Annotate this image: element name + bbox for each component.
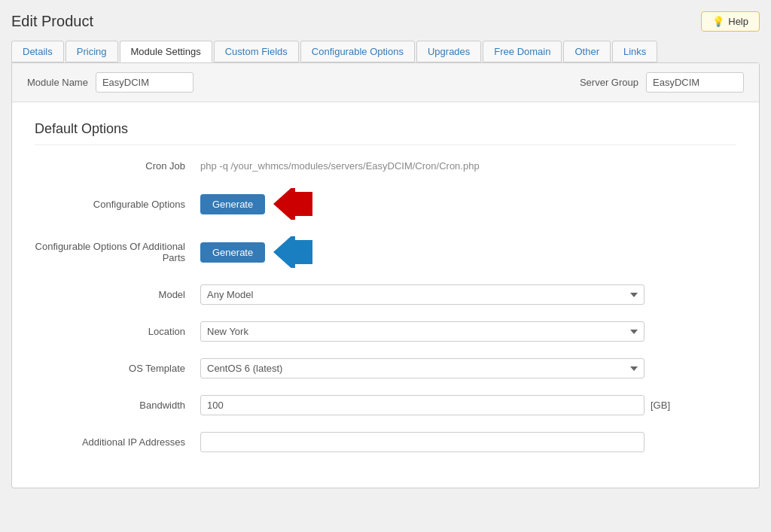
tab-configurable-options[interactable]: Configurable Options [300,41,415,62]
server-group-label: Server Group [580,77,638,88]
configurable-options-row: Configurable Options Generate [35,188,736,220]
configurable-options-additional-label: Configurable Options Of Additional Parts [35,241,200,263]
blue-arrow-container [271,236,316,268]
section-title: Default Options [35,121,736,145]
os-template-select[interactable]: CentOS 6 (latest) [200,358,645,378]
cron-job-label: Cron Job [35,160,200,172]
tab-custom-fields[interactable]: Custom Fields [214,41,299,62]
location-label: Location [35,326,200,337]
blue-arrow-icon [271,236,316,268]
content-area: Module Name EasyDCIM Server Group EasyDC… [11,62,760,488]
svg-marker-1 [273,188,312,220]
os-template-row: OS Template CentOS 6 (latest) [35,358,736,378]
model-select[interactable]: Any Model [200,284,645,305]
tab-upgrades[interactable]: Upgrades [416,41,481,62]
bandwidth-input[interactable] [200,395,645,415]
page-title: Edit Product [11,13,93,30]
configurable-options-additional-generate-button[interactable]: Generate [200,242,265,263]
model-row: Model Any Model [35,284,736,305]
configurable-options-additional-row: Configurable Options Of Additional Parts… [35,236,736,268]
os-template-label: OS Template [35,363,200,374]
help-icon: 💡 [712,16,724,27]
location-select[interactable]: New York [200,321,645,342]
additional-ip-row: Additional IP Addresses [35,432,736,452]
tab-pricing[interactable]: Pricing [66,41,118,62]
model-label: Model [35,289,200,300]
help-button[interactable]: 💡 Help [701,11,760,32]
module-name-select[interactable]: EasyDCIM [96,72,194,93]
section-body: Default Options Cron Job php -q /your_wh… [12,102,759,488]
bandwidth-label: Bandwidth [35,400,200,411]
additional-ip-input[interactable] [200,432,645,452]
configurable-options-generate-button[interactable]: Generate [200,194,265,214]
server-group-group: Server Group EasyDCIM [580,72,744,93]
module-name-label: Module Name [27,77,88,88]
bandwidth-unit: [GB] [651,400,670,411]
red-arrow-container [271,188,316,220]
module-bar: Module Name EasyDCIM Server Group EasyDC… [12,63,759,102]
server-group-select[interactable]: EasyDCIM [646,72,744,93]
location-row: Location New York [35,321,736,342]
tab-free-domain[interactable]: Free Domain [483,41,562,62]
bandwidth-row: Bandwidth [GB] [35,395,736,415]
additional-ip-label: Additional IP Addresses [35,436,200,448]
tab-details[interactable]: Details [11,41,64,62]
tab-bar: Details Pricing Module Settings Custom F… [11,41,760,62]
cron-job-value: php -q /your_whmcs/modules/servers/EasyD… [200,160,480,172]
tab-module-settings[interactable]: Module Settings [120,41,212,62]
svg-marker-2 [273,236,312,268]
cron-job-row: Cron Job php -q /your_whmcs/modules/serv… [35,160,736,172]
tab-links[interactable]: Links [612,41,657,62]
tab-other[interactable]: Other [563,41,611,62]
module-name-group: Module Name EasyDCIM [27,72,194,93]
red-arrow-icon [271,188,316,220]
configurable-options-label: Configurable Options [35,199,200,210]
